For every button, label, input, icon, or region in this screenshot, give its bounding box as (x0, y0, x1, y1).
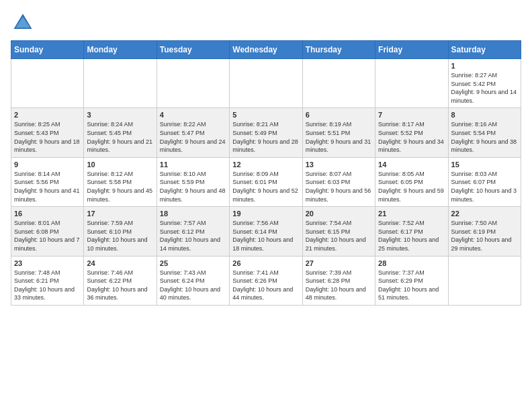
calendar-cell: 23Sunrise: 7:48 AM Sunset: 6:21 PM Dayli… (11, 256, 84, 305)
col-header-monday: Monday (84, 41, 157, 59)
calendar-cell: 16Sunrise: 8:01 AM Sunset: 6:08 PM Dayli… (11, 207, 84, 256)
calendar-cell: 13Sunrise: 8:07 AM Sunset: 6:03 PM Dayli… (302, 157, 375, 206)
day-number: 7 (378, 111, 445, 119)
calendar-cell (375, 59, 448, 108)
col-header-sunday: Sunday (11, 41, 84, 59)
day-number: 24 (87, 259, 153, 267)
day-info: Sunrise: 8:10 AM Sunset: 5:59 PM Dayligh… (160, 170, 226, 203)
day-info: Sunrise: 8:03 AM Sunset: 6:07 PM Dayligh… (451, 170, 518, 203)
calendar-cell: 7Sunrise: 8:17 AM Sunset: 5:52 PM Daylig… (375, 108, 448, 157)
calendar-cell: 10Sunrise: 8:12 AM Sunset: 5:58 PM Dayli… (84, 157, 157, 206)
calendar-cell: 24Sunrise: 7:46 AM Sunset: 6:22 PM Dayli… (84, 256, 157, 305)
col-header-friday: Friday (375, 41, 448, 59)
day-info: Sunrise: 8:22 AM Sunset: 5:47 PM Dayligh… (160, 120, 226, 154)
day-info: Sunrise: 8:24 AM Sunset: 5:45 PM Dayligh… (87, 120, 153, 154)
day-info: Sunrise: 7:39 AM Sunset: 6:28 PM Dayligh… (306, 269, 372, 302)
day-number: 9 (14, 161, 81, 169)
day-info: Sunrise: 8:21 AM Sunset: 5:49 PM Dayligh… (232, 120, 299, 154)
calendar-cell: 25Sunrise: 7:43 AM Sunset: 6:24 PM Dayli… (157, 256, 229, 305)
calendar-cell: 15Sunrise: 8:03 AM Sunset: 6:07 PM Dayli… (448, 157, 521, 206)
calendar-header-row: SundayMondayTuesdayWednesdayThursdayFrid… (11, 41, 521, 59)
calendar-table: SundayMondayTuesdayWednesdayThursdayFrid… (11, 40, 521, 306)
calendar-cell: 12Sunrise: 8:09 AM Sunset: 6:01 PM Dayli… (230, 157, 302, 206)
day-number: 19 (232, 210, 299, 218)
calendar-week-row: 2Sunrise: 8:25 AM Sunset: 5:43 PM Daylig… (11, 108, 521, 157)
calendar-cell: 27Sunrise: 7:39 AM Sunset: 6:28 PM Dayli… (302, 256, 375, 305)
logo (11, 11, 39, 35)
day-number: 17 (87, 210, 153, 218)
calendar-cell: 3Sunrise: 8:24 AM Sunset: 5:45 PM Daylig… (84, 108, 157, 157)
calendar-cell (448, 256, 521, 305)
calendar-cell: 21Sunrise: 7:52 AM Sunset: 6:17 PM Dayli… (375, 207, 448, 256)
calendar-cell: 20Sunrise: 7:54 AM Sunset: 6:15 PM Dayli… (302, 207, 375, 256)
day-number: 6 (306, 111, 372, 119)
day-info: Sunrise: 8:25 AM Sunset: 5:43 PM Dayligh… (14, 120, 81, 154)
calendar-cell: 4Sunrise: 8:22 AM Sunset: 5:47 PM Daylig… (157, 108, 229, 157)
calendar-cell: 5Sunrise: 8:21 AM Sunset: 5:49 PM Daylig… (230, 108, 302, 157)
calendar-week-row: 1Sunrise: 8:27 AM Sunset: 5:42 PM Daylig… (11, 59, 521, 108)
day-number: 26 (232, 259, 299, 267)
day-number: 12 (232, 161, 299, 169)
day-info: Sunrise: 8:05 AM Sunset: 6:05 PM Dayligh… (378, 170, 445, 203)
calendar-cell: 28Sunrise: 7:37 AM Sunset: 6:29 PM Dayli… (375, 256, 448, 305)
logo-icon (11, 11, 35, 35)
day-info: Sunrise: 8:17 AM Sunset: 5:52 PM Dayligh… (378, 120, 445, 154)
day-info: Sunrise: 8:07 AM Sunset: 6:03 PM Dayligh… (306, 170, 372, 203)
day-number: 3 (87, 111, 153, 119)
calendar-cell: 19Sunrise: 7:56 AM Sunset: 6:14 PM Dayli… (230, 207, 302, 256)
day-info: Sunrise: 7:48 AM Sunset: 6:21 PM Dayligh… (14, 269, 81, 302)
day-number: 18 (160, 210, 226, 218)
day-info: Sunrise: 8:09 AM Sunset: 6:01 PM Dayligh… (232, 170, 299, 203)
day-number: 5 (232, 111, 299, 119)
day-number: 23 (14, 259, 81, 267)
calendar-cell: 14Sunrise: 8:05 AM Sunset: 6:05 PM Dayli… (375, 157, 448, 206)
day-number: 27 (306, 259, 372, 267)
day-number: 28 (378, 259, 445, 267)
calendar-cell (157, 59, 229, 108)
day-number: 2 (14, 111, 81, 119)
day-info: Sunrise: 7:54 AM Sunset: 6:15 PM Dayligh… (306, 219, 372, 253)
day-number: 16 (14, 210, 81, 218)
day-info: Sunrise: 7:57 AM Sunset: 6:12 PM Dayligh… (160, 219, 226, 253)
day-number: 4 (160, 111, 226, 119)
day-info: Sunrise: 8:14 AM Sunset: 5:56 PM Dayligh… (14, 170, 81, 203)
calendar-cell: 8Sunrise: 8:16 AM Sunset: 5:54 PM Daylig… (448, 108, 521, 157)
day-number: 10 (87, 161, 153, 169)
day-number: 20 (306, 210, 372, 218)
col-header-thursday: Thursday (302, 41, 375, 59)
calendar-week-row: 23Sunrise: 7:48 AM Sunset: 6:21 PM Dayli… (11, 256, 521, 305)
calendar-cell: 1Sunrise: 8:27 AM Sunset: 5:42 PM Daylig… (448, 59, 521, 108)
day-info: Sunrise: 8:12 AM Sunset: 5:58 PM Dayligh… (87, 170, 153, 203)
day-info: Sunrise: 7:52 AM Sunset: 6:17 PM Dayligh… (378, 219, 445, 253)
day-number: 13 (306, 161, 372, 169)
calendar-cell (230, 59, 302, 108)
day-number: 1 (451, 62, 518, 70)
col-header-tuesday: Tuesday (157, 41, 229, 59)
col-header-wednesday: Wednesday (230, 41, 302, 59)
calendar-cell (302, 59, 375, 108)
day-number: 22 (451, 210, 518, 218)
day-info: Sunrise: 7:50 AM Sunset: 6:19 PM Dayligh… (451, 219, 518, 253)
day-number: 8 (451, 111, 518, 119)
day-info: Sunrise: 8:19 AM Sunset: 5:51 PM Dayligh… (306, 120, 372, 154)
day-info: Sunrise: 7:56 AM Sunset: 6:14 PM Dayligh… (232, 219, 299, 253)
day-number: 15 (451, 161, 518, 169)
day-number: 14 (378, 161, 445, 169)
day-number: 21 (378, 210, 445, 218)
page-header (11, 11, 521, 35)
day-info: Sunrise: 7:43 AM Sunset: 6:24 PM Dayligh… (160, 269, 226, 302)
calendar-cell: 6Sunrise: 8:19 AM Sunset: 5:51 PM Daylig… (302, 108, 375, 157)
calendar-cell: 22Sunrise: 7:50 AM Sunset: 6:19 PM Dayli… (448, 207, 521, 256)
day-info: Sunrise: 8:16 AM Sunset: 5:54 PM Dayligh… (451, 120, 518, 154)
calendar-cell: 2Sunrise: 8:25 AM Sunset: 5:43 PM Daylig… (11, 108, 84, 157)
day-info: Sunrise: 7:46 AM Sunset: 6:22 PM Dayligh… (87, 269, 153, 302)
calendar-cell: 18Sunrise: 7:57 AM Sunset: 6:12 PM Dayli… (157, 207, 229, 256)
day-info: Sunrise: 7:41 AM Sunset: 6:26 PM Dayligh… (232, 269, 299, 302)
day-info: Sunrise: 8:27 AM Sunset: 5:42 PM Dayligh… (451, 71, 518, 105)
calendar-week-row: 9Sunrise: 8:14 AM Sunset: 5:56 PM Daylig… (11, 157, 521, 206)
day-info: Sunrise: 8:01 AM Sunset: 6:08 PM Dayligh… (14, 219, 81, 253)
day-number: 25 (160, 259, 226, 267)
day-info: Sunrise: 7:37 AM Sunset: 6:29 PM Dayligh… (378, 269, 445, 302)
calendar-cell: 26Sunrise: 7:41 AM Sunset: 6:26 PM Dayli… (230, 256, 302, 305)
calendar-cell: 11Sunrise: 8:10 AM Sunset: 5:59 PM Dayli… (157, 157, 229, 206)
